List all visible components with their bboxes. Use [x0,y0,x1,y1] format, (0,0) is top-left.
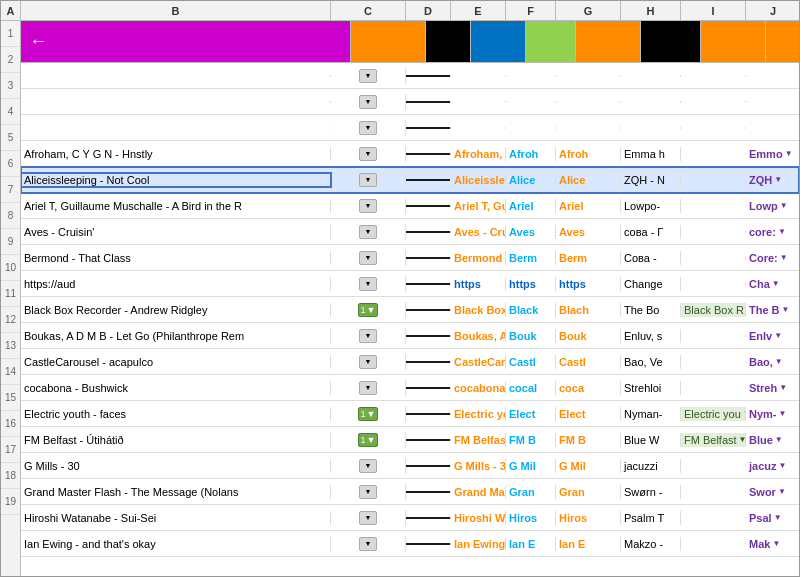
cell-f[interactable]: Aves [506,225,556,239]
cell-j-dropdown[interactable]: ▼ [775,435,783,444]
cell-f[interactable]: Ian E [506,537,556,551]
cell-i[interactable] [681,75,746,77]
cell-e[interactable]: Hiroshi Wa [451,511,506,525]
cell-i[interactable]: Black Box R▼ [681,303,746,317]
cell-e[interactable]: G Mills - 3( [451,459,506,473]
dropdown-btn-empty[interactable] [359,95,377,109]
cell-g[interactable] [556,127,621,129]
cell-j[interactable]: Streh▼ [746,381,799,395]
cell-j[interactable]: Bao,▼ [746,355,799,369]
cell-f[interactable]: Elect [506,407,556,421]
cell-c-dropdown[interactable]: 1▼ [331,406,406,422]
cell-j[interactable]: ZQH▼ [746,173,799,187]
cell-i[interactable] [681,153,746,155]
cell-e[interactable]: cocabona - [451,381,506,395]
cell-e[interactable]: Bermond - [451,251,506,265]
dropdown-btn[interactable] [359,511,377,525]
cell-c-dropdown[interactable]: 1▼ [331,302,406,318]
cell-j-dropdown[interactable]: ▼ [774,331,782,340]
cell-i[interactable] [681,465,746,467]
cell-c-dropdown[interactable] [331,120,406,136]
cell-e[interactable]: Afroham, C [451,147,506,161]
cell-j-dropdown[interactable]: ▼ [774,175,782,184]
cell-c-dropdown[interactable]: 1▼ [331,432,406,448]
dropdown-btn[interactable] [359,173,377,187]
cell-e[interactable]: Aliceissle [451,173,506,187]
dropdown-btn-green[interactable]: 1▼ [358,433,379,447]
cell-c-dropdown[interactable] [331,458,406,474]
cell-j-dropdown[interactable]: ▼ [778,487,786,496]
cell-i[interactable] [681,127,746,129]
cell-j-dropdown[interactable]: ▼ [782,305,790,314]
cell-j[interactable] [746,75,799,77]
cell-f[interactable]: cocal [506,381,556,395]
cell-e[interactable]: https [451,277,506,291]
cell-i[interactable] [681,257,746,259]
cell-g[interactable]: Blach [556,303,621,317]
dropdown-btn[interactable] [359,225,377,239]
cell-f[interactable]: Castl [506,355,556,369]
dropdown-btn[interactable] [359,147,377,161]
cell-f[interactable]: Bouk [506,329,556,343]
cell-j[interactable]: сore:▼ [746,225,799,239]
cell-f[interactable]: Alice [506,173,556,187]
cell-i[interactable] [681,231,746,233]
cell-g[interactable]: Ariel [556,199,621,213]
cell-j-dropdown[interactable]: ▼ [774,513,782,522]
cell-f[interactable]: Afroh [506,147,556,161]
cell-f[interactable]: G Mil [506,459,556,473]
cell-j[interactable]: Blue▼ [746,433,799,447]
cell-i[interactable] [681,283,746,285]
cell-f[interactable]: Ariel [506,199,556,213]
cell-e[interactable]: Grand Mas [451,485,506,499]
cell-c-dropdown[interactable] [331,224,406,240]
cell-c-dropdown[interactable] [331,146,406,162]
cell-g[interactable]: Aves [556,225,621,239]
cell-i[interactable] [681,179,746,181]
cell-i[interactable] [681,543,746,545]
cell-g[interactable]: G Mil [556,459,621,473]
cell-f[interactable]: FM B [506,433,556,447]
cell-j[interactable]: The B▼ [746,303,799,317]
cell-j-dropdown[interactable]: ▼ [779,409,787,418]
dropdown-btn[interactable] [359,537,377,551]
cell-e[interactable] [451,75,506,77]
cell-j[interactable]: Psal▼ [746,511,799,525]
cell-e[interactable]: Ariel T, Gu [451,199,506,213]
cell-f[interactable] [506,127,556,129]
cell-g[interactable]: Castl [556,355,621,369]
cell-g[interactable]: coca [556,381,621,395]
cell-f[interactable]: Berm [506,251,556,265]
cell-c-dropdown[interactable] [331,276,406,292]
cell-i[interactable] [681,361,746,363]
cell-e[interactable]: FM Belfast [451,433,506,447]
cell-c-dropdown[interactable] [331,354,406,370]
cell-c-dropdown[interactable] [331,68,406,84]
cell-g[interactable]: Elect [556,407,621,421]
cell-g[interactable]: Hiros [556,511,621,525]
cell-j[interactable]: Lowp▼ [746,199,799,213]
dropdown-btn[interactable] [359,485,377,499]
cell-j[interactable]: Emmo▼ [746,147,799,161]
cell-g[interactable]: FM B [556,433,621,447]
cell-j-dropdown[interactable]: ▼ [779,461,787,470]
cell-j[interactable]: Cha▼ [746,277,799,291]
cell-g[interactable]: Berm [556,251,621,265]
cell-j[interactable] [746,101,799,103]
cell-e[interactable]: Aves - Cru [451,225,506,239]
cell-e[interactable]: Black Box [451,303,506,317]
cell-i[interactable]: Electric you▼ [681,407,746,421]
dropdown-btn[interactable] [359,381,377,395]
cell-g[interactable] [556,75,621,77]
cell-c-dropdown[interactable] [331,380,406,396]
dropdown-btn[interactable] [359,355,377,369]
cell-c-dropdown[interactable] [331,328,406,344]
cell-j[interactable]: Сore:▼ [746,251,799,265]
cell-j-dropdown[interactable]: ▼ [785,149,793,158]
cell-f[interactable]: https [506,277,556,291]
back-arrow[interactable]: ← [29,31,47,52]
cell-f[interactable]: Black [506,303,556,317]
cell-e[interactable] [451,127,506,129]
cell-g[interactable]: Gran [556,485,621,499]
cell-j-dropdown[interactable]: ▼ [780,201,788,210]
